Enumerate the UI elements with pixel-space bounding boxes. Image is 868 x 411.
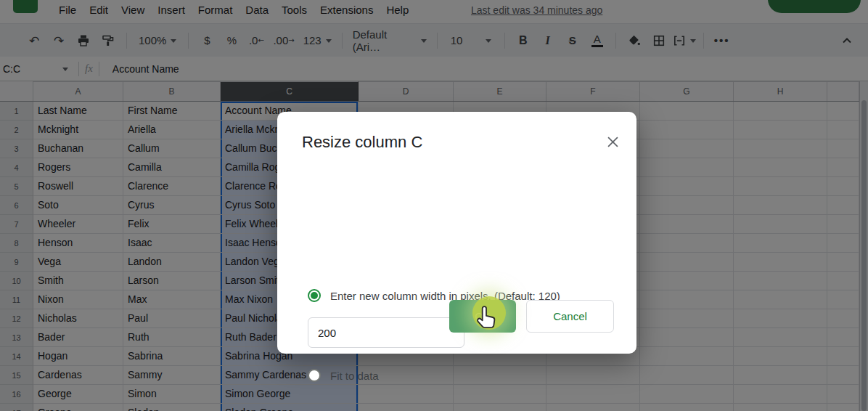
resize-column-dialog: Resize column C Enter new column width i… bbox=[277, 112, 636, 354]
mouse-cursor bbox=[474, 304, 499, 333]
dialog-close-button[interactable] bbox=[606, 135, 619, 148]
cancel-button[interactable]: Cancel bbox=[526, 300, 614, 333]
fit-to-data-label: Fit to data bbox=[330, 370, 379, 382]
dialog-title: Resize column C bbox=[302, 133, 422, 152]
close-icon bbox=[607, 137, 618, 147]
pixels-radio[interactable] bbox=[308, 289, 321, 302]
option-fit-row: Fit to data bbox=[308, 369, 379, 382]
hand-pointer-icon bbox=[474, 304, 499, 330]
fit-to-data-radio[interactable] bbox=[308, 369, 321, 382]
column-width-input[interactable] bbox=[308, 317, 464, 348]
